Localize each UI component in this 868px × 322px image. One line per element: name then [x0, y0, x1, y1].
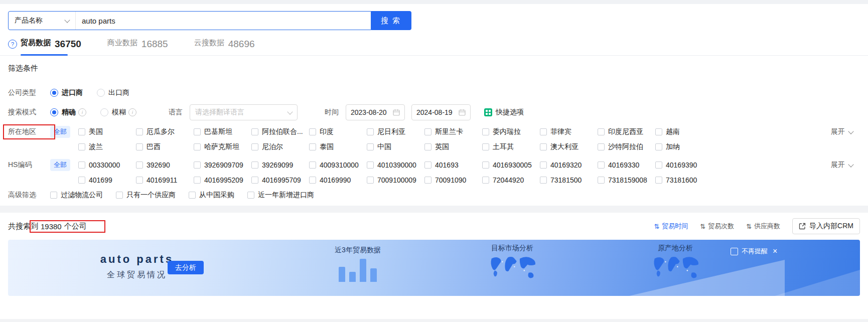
hs-code-checkbox[interactable]: 4010390000 [367, 161, 424, 169]
hs-code-checkbox[interactable]: 40169330 [598, 161, 655, 169]
region-checkbox[interactable]: 沙特阿拉伯 [598, 142, 655, 151]
checkbox-icon [598, 162, 605, 169]
checkbox-icon [540, 162, 547, 169]
hs-code-checkbox[interactable]: 4009310000 [309, 161, 367, 169]
hs-code-checkbox[interactable]: 73181600 [655, 176, 713, 184]
data-tabs: ? 贸易数据 36750 商业数据 16885 云搜数据 48696 [8, 38, 860, 55]
checkbox-icon [540, 177, 547, 184]
region-checkbox[interactable]: 越南 [655, 127, 713, 136]
region-checkbox[interactable]: 尼泊尔 [251, 142, 309, 151]
hs-code-checkbox[interactable]: 4016930005 [482, 161, 540, 169]
region-checkbox[interactable]: 斯里兰卡 [424, 127, 482, 136]
hs-code-checkbox[interactable]: 40169990 [309, 176, 367, 184]
expand-label: 展开 [831, 160, 845, 170]
region-all-button[interactable]: 全部 [50, 126, 70, 138]
radio-exporter[interactable]: 出口商 [97, 88, 129, 97]
tab-count: 16885 [141, 39, 168, 49]
checkbox-label: 印度尼西亚 [608, 127, 643, 136]
region-checkbox[interactable]: 菲律宾 [540, 127, 598, 136]
results-count: 19380 [41, 222, 62, 231]
radio-importer[interactable]: 进口商 [50, 88, 83, 97]
tab-cloud-search-data[interactable]: 云搜数据 48696 [194, 38, 255, 51]
hs-row-2: 401699 40169911 4016995209 [78, 176, 713, 184]
region-checkbox[interactable]: 巴西 [136, 142, 194, 151]
radio-fuzzy[interactable]: 模糊 i [100, 108, 136, 117]
language-select[interactable]: 请选择翻译语言 [190, 104, 298, 120]
search-button[interactable]: 搜索 [371, 11, 411, 30]
section-gap [0, 206, 868, 213]
advanced-checkbox[interactable]: 从中国采购 [189, 191, 234, 200]
checkbox-label: 401699 [89, 176, 112, 184]
checkbox-label: 委内瑞拉 [493, 127, 521, 136]
advanced-options: 过滤物流公司 只有一个供应商 从中国采购 近一年新增进口商 [50, 191, 327, 200]
region-checkbox[interactable]: 中国 [367, 142, 424, 151]
region-checkbox[interactable]: 美国 [78, 127, 136, 136]
region-checkbox[interactable]: 厄瓜多尔 [136, 127, 194, 136]
info-icon[interactable]: i [128, 108, 136, 116]
hs-code-checkbox[interactable]: 4016995709 [251, 176, 309, 184]
advanced-checkbox[interactable]: 过滤物流公司 [50, 191, 103, 200]
start-date-picker[interactable]: 2023-08-20 [346, 104, 405, 120]
sort-supplier-count[interactable]: ⇅ 供应商数 [746, 222, 780, 231]
region-checkbox[interactable]: 哈萨克斯坦 [194, 142, 251, 151]
sort-trade-time[interactable]: ⇅ 贸易时间 [654, 222, 688, 231]
advanced-checkbox[interactable]: 近一年新增进口商 [247, 191, 314, 200]
map-caption: 原产地分析 [635, 244, 715, 253]
hs-code-checkbox[interactable]: 39269099 [251, 161, 309, 169]
checkbox-icon [309, 177, 316, 184]
end-date-picker[interactable]: 2024-08-19 [411, 104, 471, 120]
hs-code-checkbox[interactable]: 4016995209 [194, 176, 251, 184]
region-checkbox[interactable]: 尼日利亚 [367, 127, 424, 136]
region-checkbox[interactable]: 印度 [309, 127, 367, 136]
hs-code-checkbox[interactable]: 392690 [136, 161, 194, 169]
checkbox-icon [136, 177, 143, 184]
help-icon[interactable]: ? [8, 40, 17, 49]
hs-code-checkbox[interactable]: 40169320 [540, 161, 598, 169]
region-checkbox[interactable]: 印度尼西亚 [598, 127, 655, 136]
hs-code-checkbox[interactable]: 70091090 [424, 176, 482, 184]
region-checkbox[interactable]: 波兰 [78, 142, 136, 151]
info-icon[interactable]: i [78, 108, 86, 116]
region-checkbox[interactable]: 土耳其 [482, 142, 540, 151]
hs-code-checkbox[interactable]: 00330000 [78, 161, 136, 169]
region-checkbox[interactable]: 巴基斯坦 [194, 127, 251, 136]
quick-options-button[interactable]: 快捷选项 [484, 108, 524, 117]
close-icon[interactable]: × [773, 247, 777, 255]
sort-trade-count[interactable]: ⇅ 贸易次数 [700, 222, 734, 231]
checkbox-label: 厄瓜多尔 [147, 127, 175, 136]
bar [370, 268, 377, 282]
region-checkbox[interactable]: 英国 [424, 142, 482, 151]
hs-code-checkbox[interactable]: 40169390 [655, 161, 713, 169]
hs-code-checkbox[interactable]: 7318159008 [598, 176, 655, 184]
radio-label: 出口商 [108, 88, 129, 97]
hs-code-checkbox[interactable]: 40169911 [136, 176, 194, 184]
search-category-select[interactable]: 产品名称 [9, 12, 76, 30]
dismiss-checkbox[interactable] [731, 248, 738, 255]
checkbox-icon [136, 143, 143, 150]
hs-code-checkbox[interactable]: 401699 [78, 176, 136, 184]
region-checkbox[interactable]: 泰国 [309, 142, 367, 151]
radio-exact[interactable]: 精确 i [50, 108, 86, 117]
tab-business-data[interactable]: 商业数据 16885 [107, 38, 168, 51]
region-checkbox[interactable]: 委内瑞拉 [482, 127, 540, 136]
region-expand-button[interactable]: 展开 [831, 127, 853, 136]
hs-all-button[interactable]: 全部 [50, 159, 70, 171]
region-checkbox[interactable]: 加纳 [655, 142, 713, 151]
tab-trade-data[interactable]: 贸易数据 36750 [21, 38, 81, 51]
tab-count: 48696 [228, 39, 255, 49]
advanced-checkbox[interactable]: 只有一个供应商 [116, 191, 176, 200]
checkbox-label: 斯里兰卡 [435, 127, 463, 136]
analyze-button[interactable]: 去分析 [168, 261, 204, 274]
import-crm-button[interactable]: 导入内部CRM [792, 218, 860, 234]
language-label: 语言 [169, 108, 183, 117]
hs-code-checkbox[interactable]: 7009100009 [367, 176, 424, 184]
hs-code-checkbox[interactable]: 72044920 [482, 176, 540, 184]
radio-selected-icon [50, 89, 58, 97]
search-input[interactable] [76, 12, 371, 30]
region-checkbox[interactable]: 阿拉伯联合... [251, 127, 309, 136]
hs-code-checkbox[interactable]: 73181500 [540, 176, 598, 184]
region-checkbox[interactable]: 澳大利亚 [540, 142, 598, 151]
hs-code-checkbox[interactable]: 401693 [424, 161, 482, 169]
hs-expand-button[interactable]: 展开 [831, 160, 853, 170]
hs-code-checkbox[interactable]: 3926909709 [194, 161, 251, 169]
